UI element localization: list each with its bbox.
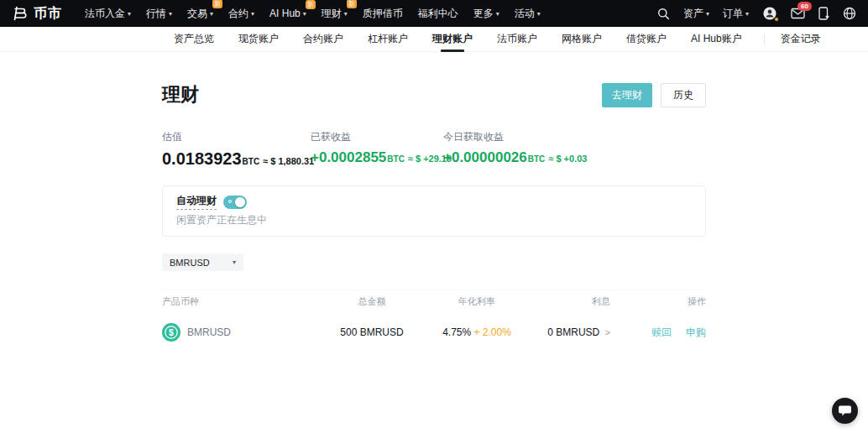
new-badge: 新: [306, 0, 316, 9]
subnav-divider: [764, 34, 765, 44]
nav-rewards-center[interactable]: 福利中心: [418, 7, 458, 21]
active-tab-underline: [441, 50, 464, 52]
nav-earn[interactable]: 理财 ▾ 新: [322, 7, 348, 21]
tab-loan-account[interactable]: 借贷账户: [620, 27, 672, 52]
topnav-right: 资产 ▾ 订单 ▾ 60: [657, 6, 856, 21]
language-globe-icon[interactable]: [843, 7, 856, 20]
tab-earn-account[interactable]: 理财账户: [426, 27, 478, 52]
today-profit-value: +0.00000026: [443, 149, 527, 166]
apr-cell: 4.75% + 2.00%: [422, 326, 531, 338]
chevron-down-icon: ▾: [128, 10, 131, 18]
stat-estimated-value: 估值 0.0183923 BTC ≈ $ 1,880.31: [162, 130, 311, 169]
chevron-down-icon: ▾: [745, 10, 749, 18]
redeem-link[interactable]: 赎回: [651, 326, 672, 340]
download-app-icon[interactable]: [818, 7, 829, 20]
messages-icon[interactable]: 60: [791, 8, 805, 19]
go-earn-button[interactable]: 去理财: [602, 83, 652, 107]
chevron-down-icon: ▾: [233, 258, 236, 266]
page-title: 理财: [162, 82, 199, 107]
nav-staking-loan[interactable]: 质押借币: [363, 7, 403, 21]
interest-cell[interactable]: 0 BMRUSD >: [531, 326, 610, 338]
chevron-down-icon: ▾: [169, 10, 172, 18]
brand-logo-icon: [12, 5, 29, 22]
table-row: $ BMRUSD 500 BMRUSD 4.75% + 2.00% 0 BMRU…: [162, 315, 706, 350]
stats-row: 估值 0.0183923 BTC ≈ $ 1,880.31 已获收益 +0.00…: [162, 130, 706, 169]
stat-today-profit: 今日获取收益 +0.00000026 BTC ≈ $ +0.03: [443, 130, 587, 169]
messages-count-badge: 60: [797, 2, 812, 11]
tab-grid-account[interactable]: 网格账户: [556, 27, 608, 52]
earn-account-page: 理财 去理财 历史 估值 0.0183923 BTC ≈ $ 1,880.31 …: [0, 52, 868, 350]
main-nav: 法币入金 ▾ 行情 ▾ 交易 ▾ 新 合约 ▾ AI Hub ▾ 新 理财 ▾ …: [77, 7, 548, 21]
nav-fiat-deposit[interactable]: 法币入金 ▾: [85, 7, 131, 21]
earn-products-table: 产品币种 总金额 年化利率 利息 操作 $ BMRUSD 500 BMRUSD …: [162, 290, 706, 350]
svg-text:$: $: [169, 327, 174, 337]
new-badge: 新: [212, 0, 222, 8]
auto-invest-subtitle: 闲置资产正在生息中: [176, 213, 692, 227]
chat-bubble-icon: [838, 404, 852, 417]
auto-invest-title: 自动理财: [176, 194, 217, 210]
coin-name: BMRUSD: [187, 326, 231, 338]
chevron-down-icon: ▾: [210, 10, 213, 18]
chevron-down-icon: ▾: [537, 10, 541, 18]
support-chat-button[interactable]: [832, 398, 858, 424]
new-badge: 新: [347, 0, 357, 8]
coin-dollar-icon: $: [162, 323, 180, 342]
brand-logo[interactable]: 币市: [12, 5, 62, 23]
history-button[interactable]: 历史: [661, 83, 706, 107]
tab-fiat-account[interactable]: 法币账户: [491, 27, 543, 52]
tab-assets-overview[interactable]: 资产总览: [168, 27, 220, 52]
chevron-down-icon: ▾: [496, 10, 499, 18]
chevron-down-icon: ▾: [251, 10, 254, 18]
tab-ai-hub-account[interactable]: AI Hub账户: [685, 27, 748, 52]
total-amount-cell: 500 BMRUSD: [322, 326, 422, 338]
account-subnav: 资产总览 现货账户 合约账户 杠杆账户 理财账户 法币账户 网格账户 借贷账户 …: [0, 27, 868, 52]
tab-margin-account[interactable]: 杠杆账户: [362, 27, 414, 52]
tab-futures-account[interactable]: 合约账户: [297, 27, 349, 52]
auto-invest-toggle[interactable]: [223, 196, 247, 209]
nav-ai-hub[interactable]: AI Hub ▾ 新: [269, 8, 306, 19]
brand-name: 币市: [34, 5, 62, 23]
user-avatar[interactable]: [762, 6, 777, 21]
subscribe-link[interactable]: 申购: [686, 326, 706, 340]
nav-trade[interactable]: 交易 ▾ 新: [187, 7, 213, 21]
search-icon[interactable]: [657, 8, 670, 20]
chevron-down-icon: ▾: [706, 10, 709, 18]
apr-bonus: + 2.00%: [474, 326, 511, 338]
total-profit-value: +0.0002855: [311, 149, 386, 166]
nav-assets[interactable]: 资产 ▾: [683, 7, 709, 21]
nav-orders[interactable]: 订单 ▾: [723, 7, 749, 21]
tab-spot-account[interactable]: 现货账户: [233, 27, 285, 52]
auto-invest-card: 自动理财 闲置资产正在生息中: [162, 185, 706, 237]
avatar-status-dot: [774, 17, 779, 22]
nav-campaigns[interactable]: 活动 ▾: [515, 7, 541, 21]
stat-total-profit: 已获收益 +0.0002855 BTC ≈ $ +29.19: [311, 130, 443, 169]
coin-filter-select[interactable]: BMRUSD ▾: [162, 253, 243, 271]
top-navbar: 币市 法币入金 ▾ 行情 ▾ 交易 ▾ 新 合约 ▾ AI Hub ▾ 新 理财…: [0, 0, 868, 27]
coin-filter-value: BMRUSD: [170, 258, 210, 268]
nav-futures[interactable]: 合约 ▾: [228, 7, 254, 21]
chevron-down-icon: ▾: [344, 10, 348, 18]
nav-markets[interactable]: 行情 ▾: [146, 7, 172, 21]
estimated-value: 0.0183923: [162, 149, 242, 169]
nav-more[interactable]: 更多 ▾: [473, 7, 499, 21]
chevron-down-icon: ▾: [303, 10, 306, 18]
tab-fund-records[interactable]: 资金记录: [775, 27, 827, 52]
table-header-row: 产品币种 总金额 年化利率 利息 操作: [162, 290, 706, 315]
